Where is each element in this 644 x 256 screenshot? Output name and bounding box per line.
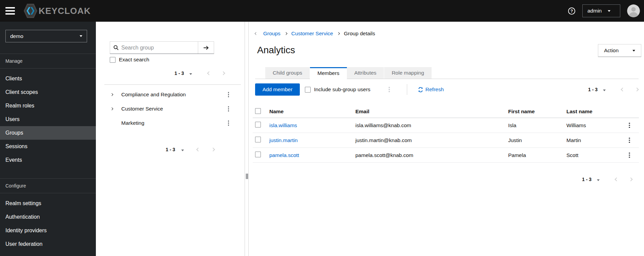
cell-username[interactable]: isla.williams bbox=[269, 122, 355, 129]
sidebar-item-users[interactable]: Users bbox=[0, 113, 96, 126]
refresh-link[interactable]: Refresh bbox=[418, 86, 444, 93]
pagination-range: 1 - 3 bbox=[588, 87, 598, 92]
breadcrumb-current: Group details bbox=[344, 31, 375, 37]
chevron-down-icon bbox=[603, 90, 606, 91]
tab-members[interactable]: Members bbox=[310, 67, 347, 79]
tab-attributes[interactable]: Attributes bbox=[347, 67, 384, 79]
help-icon[interactable]: ? bbox=[568, 7, 576, 15]
kebab-menu-button[interactable] bbox=[627, 151, 631, 159]
pagination-range: 1 - 3 bbox=[174, 71, 184, 76]
search-group-input[interactable] bbox=[121, 45, 198, 51]
next-page-button[interactable] bbox=[636, 88, 638, 91]
tree-item-customer-service: Customer Service bbox=[96, 102, 245, 116]
add-member-button[interactable]: Add member bbox=[255, 83, 300, 96]
sidebar-item-client-scopes[interactable]: Client scopes bbox=[0, 85, 96, 99]
kebab-menu-button[interactable] bbox=[227, 105, 231, 113]
sidebar: demo Manage Clients Client scopes Realm … bbox=[0, 22, 96, 256]
tree-item-label[interactable]: Customer Service bbox=[121, 106, 163, 112]
cell-username[interactable]: justin.martin bbox=[269, 137, 355, 143]
refresh-icon bbox=[418, 87, 423, 92]
user-menu-dropdown[interactable]: admin bbox=[582, 4, 620, 17]
members-pagination-top: 1 - 3 bbox=[588, 87, 639, 92]
exact-search-label: Exact search bbox=[119, 57, 149, 63]
breadcrumb-groups[interactable]: Groups bbox=[263, 31, 281, 37]
next-page-button[interactable] bbox=[629, 178, 632, 181]
chevron-down-icon bbox=[189, 73, 192, 75]
table-header-row: Name Email First name Last name bbox=[253, 105, 639, 118]
sidebar-item-identity-providers[interactable]: Identity providers bbox=[0, 224, 96, 237]
sidebar-item-groups[interactable]: Groups bbox=[0, 126, 96, 140]
cell-username[interactable]: pamela.scott bbox=[269, 152, 355, 158]
tab-role-mapping[interactable]: Role mapping bbox=[384, 67, 432, 79]
cell-last-name: Scott bbox=[566, 152, 620, 158]
tree-pagination-bottom: 1 - 3 bbox=[166, 145, 214, 154]
keycloak-logo[interactable]: KEYCLOAK bbox=[24, 3, 91, 18]
select-all-checkbox[interactable] bbox=[255, 108, 261, 114]
prev-page-button[interactable] bbox=[208, 72, 210, 75]
exact-search-checkbox[interactable] bbox=[110, 57, 116, 63]
sidebar-item-clients[interactable]: Clients bbox=[0, 72, 96, 85]
column-header-last-name: Last name bbox=[566, 109, 620, 115]
search-icon bbox=[113, 45, 119, 50]
row-checkbox[interactable] bbox=[255, 152, 261, 157]
kebab-menu-button[interactable] bbox=[627, 121, 631, 130]
prev-page-button[interactable] bbox=[621, 88, 624, 91]
groups-panel: Exact search 1 - 3 Compliance and Regula… bbox=[96, 22, 245, 256]
brand-text: KEYCLOAK bbox=[39, 6, 91, 16]
per-page-dropdown[interactable] bbox=[597, 177, 600, 182]
sidebar-item-events[interactable]: Events bbox=[0, 153, 96, 167]
prev-page-button[interactable] bbox=[197, 148, 200, 151]
cell-first-name: Pamela bbox=[508, 152, 566, 158]
expand-chevron-icon[interactable] bbox=[111, 108, 118, 110]
nav-toggle-button[interactable] bbox=[5, 7, 15, 15]
sidebar-item-realm-roles[interactable]: Realm roles bbox=[0, 99, 96, 113]
sidebar-item-authentication[interactable]: Authentication bbox=[0, 210, 96, 224]
masthead-right: ? admin bbox=[568, 4, 640, 17]
tab-child-groups[interactable]: Child groups bbox=[265, 67, 310, 79]
per-page-dropdown[interactable] bbox=[181, 147, 184, 152]
include-subgroups-checkbox[interactable] bbox=[305, 87, 311, 93]
tree-item-label[interactable]: Marketing bbox=[121, 120, 144, 126]
search-submit-button[interactable] bbox=[198, 42, 214, 54]
exact-search-row: Exact search bbox=[110, 57, 149, 63]
expand-chevron-icon[interactable] bbox=[111, 94, 118, 96]
include-subgroups-label: Include sub-group users bbox=[314, 86, 370, 93]
kebab-menu-button[interactable] bbox=[227, 91, 231, 99]
chevron-right-icon bbox=[285, 33, 287, 35]
breadcrumb-back-icon[interactable] bbox=[255, 33, 257, 35]
cell-email: justin.martin@knab.com bbox=[355, 137, 508, 143]
row-checkbox[interactable] bbox=[255, 122, 261, 127]
kebab-menu-button[interactable] bbox=[627, 136, 631, 144]
avatar[interactable] bbox=[627, 4, 640, 17]
tabs: Child groups Members Attributes Role map… bbox=[255, 67, 639, 79]
breadcrumb-customer-service[interactable]: Customer Service bbox=[291, 31, 333, 37]
realm-select[interactable]: demo bbox=[5, 30, 87, 42]
chevron-down-icon bbox=[632, 50, 635, 52]
action-dropdown-button[interactable]: Action bbox=[598, 44, 641, 57]
realm-select-value: demo bbox=[10, 33, 23, 39]
next-page-button[interactable] bbox=[212, 148, 214, 151]
per-page-dropdown[interactable] bbox=[603, 87, 606, 92]
row-checkbox[interactable] bbox=[255, 137, 261, 142]
per-page-dropdown[interactable] bbox=[189, 71, 192, 76]
tree-pagination-top: 1 - 3 bbox=[174, 69, 225, 78]
nav-list-manage: Clients Client scopes Realm roles Users … bbox=[0, 68, 96, 167]
next-page-button[interactable] bbox=[222, 72, 225, 75]
prev-page-button[interactable] bbox=[615, 178, 618, 181]
breadcrumb: Groups Customer Service Group details bbox=[255, 31, 375, 37]
group-search bbox=[110, 41, 214, 54]
sidebar-item-sessions[interactable]: Sessions bbox=[0, 140, 96, 153]
cell-email: pamela.scott@knab.com bbox=[355, 152, 508, 158]
table-row: justin.martin justin.martin@knab.com Jus… bbox=[253, 133, 639, 148]
sidebar-item-user-federation[interactable]: User federation bbox=[0, 237, 96, 251]
nav-section-manage: Manage bbox=[0, 54, 96, 68]
cell-first-name: Justin bbox=[508, 137, 566, 143]
tree-item-label[interactable]: Compliance and Regulation bbox=[121, 92, 186, 98]
members-toolbar: Add member Include sub-group users Refre… bbox=[255, 83, 639, 96]
cell-first-name: Isla bbox=[508, 122, 566, 129]
sidebar-item-realm-settings[interactable]: Realm settings bbox=[0, 197, 96, 210]
kebab-menu-button[interactable] bbox=[387, 85, 391, 94]
cell-last-name: Williams bbox=[566, 122, 620, 129]
kebab-menu-button[interactable] bbox=[227, 119, 231, 127]
cell-last-name: Martin bbox=[566, 137, 620, 143]
